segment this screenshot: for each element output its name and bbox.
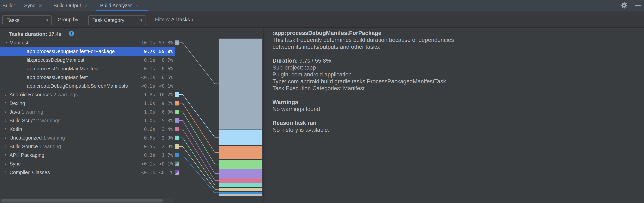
chevron-collapsed-icon[interactable]: › [3,142,9,151]
category-color-chip [175,101,179,105]
task-row[interactable]: :app:createDebugCompatibleScreenManifest… [0,82,176,90]
group-by-combobox[interactable]: Task Category ▾ [88,15,146,25]
bar-segment-build-source[interactable] [218,188,262,191]
connector-line [179,103,218,152]
category-color-chip [175,161,179,166]
task-duration-value: 0.6s [110,125,155,133]
category-color-chip [175,92,179,97]
connector-line [179,120,218,173]
bar-segment-java[interactable] [218,160,262,169]
category-color-chip [175,118,179,123]
task-duration-value: 1.6s [110,99,155,108]
task-percent-value: 0.5% [156,73,173,82]
bar-segment-manifest[interactable] [218,39,262,129]
task-percent-value: <0.1% [156,159,173,168]
task-row[interactable]: ›Kotlin0.6s3.4% [0,125,176,133]
task-percent-value: 5.8% [156,116,173,125]
details-line: Reason task ran [272,119,642,126]
task-row[interactable]: ›Uncategorized 1 warning0.5s2.9% [0,133,176,142]
details-line: Warnings [272,99,642,106]
category-color-chip [175,110,179,114]
build-window-label: Build: [2,0,15,11]
chevron-collapsed-icon[interactable]: › [3,99,9,108]
bar-segment-dexing[interactable] [218,146,262,159]
bar-segment-build-script[interactable] [218,169,262,178]
task-row[interactable]: :app:processDebugManifestForPackage9.7s5… [0,47,176,56]
filters-label: Filters: All tasks [155,17,190,23]
task-duration-value: <0.1s [110,73,155,82]
group-by-value: Task Category [92,18,124,23]
details-line: between its inputs/outputs and other tas… [272,43,642,50]
connector-line [179,112,218,164]
warning-count-label: 2 warnings [52,92,78,97]
chevron-collapsed-icon[interactable]: › [3,90,9,99]
chevron-collapsed-icon[interactable]: › [3,151,9,159]
task-row[interactable]: :app:processDebugMainManifest0.1s0.6% [0,64,176,73]
chevron-collapsed-icon[interactable]: › [3,108,9,116]
task-percent-value: <0.1% [156,82,173,90]
task-row[interactable]: ›Build Script 2 warnings1.0s5.8% [0,116,176,125]
help-icon[interactable]: ? [69,31,74,36]
tab-build-analyzer-label: Build Analyzer [100,3,132,9]
connector-line [179,138,218,185]
warning-count-label: 1 warning [38,144,61,149]
chevron-collapsed-icon[interactable]: › [3,116,9,125]
category-color-chip [175,144,179,149]
tab-build-analyzer[interactable]: Build Analyzer × [96,0,142,11]
bar-segment-apk-packaging[interactable] [218,191,262,194]
tab-build-output[interactable]: Build Output × [50,0,92,11]
task-duration-value: 1.8s [110,90,155,99]
close-icon[interactable]: × [135,3,139,8]
warning-count-label: 1 warning [20,109,43,115]
horizontal-scrollbar-thumb[interactable] [1,199,163,202]
up-down-arrows-icon: ▴▾ [192,18,193,22]
chevron-collapsed-icon[interactable]: › [3,159,9,168]
tab-sync[interactable]: Sync × [20,0,46,11]
connector-line [179,43,218,84]
bar-segment-android-resources[interactable] [218,129,262,145]
connector-line [179,155,218,193]
task-duration-value: 9.7s [110,47,155,56]
task-row[interactable]: ›Dexing1.6s9.2% [0,99,176,108]
chevron-down-icon: ▾ [46,18,48,23]
build-analyzer-toolbar: Tasks ▾ Group by: Task Category ▾ Filter… [0,12,644,27]
chevron-collapsed-icon[interactable]: › [3,133,9,142]
tab-build-output-label: Build Output [54,3,81,9]
details-line: Task Execution Categories: Manifest [272,85,642,92]
task-percent-value: 1.7% [156,151,173,159]
gear-icon[interactable] [620,2,628,9]
task-duration-value: 0.3s [110,151,155,159]
filters-dropdown[interactable]: Filters: All tasks ▴▾ [155,12,193,27]
tasks-duration-header: Tasks duration: 17.4s [9,31,62,37]
task-row[interactable]: ›APK Packaging0.3s1.7% [0,151,176,159]
task-row[interactable]: ›Build Source 1 warning0.5s2.9% [0,142,176,151]
task-duration-value: 0.5s [110,133,155,142]
chevron-collapsed-icon[interactable]: › [3,125,9,133]
task-duration-value: <0.1s [110,82,155,90]
panel-splitter[interactable] [262,28,264,203]
task-duration-value: <0.1s [110,159,155,168]
task-row[interactable]: ›Sync<0.1s<0.1% [0,159,176,168]
task-row[interactable]: :app:processDebugManifest<0.1s0.5% [0,73,176,82]
task-row[interactable]: :lib:processDebugManifest0.1s0.7% [0,56,176,64]
close-icon[interactable]: × [39,3,42,8]
chevron-expanded-icon[interactable]: › [2,40,10,46]
task-percent-value: 57.8% [156,38,173,47]
task-row[interactable]: ›Manifest10.1s57.8% [0,38,176,47]
close-icon[interactable]: × [84,3,88,8]
chevron-collapsed-icon[interactable]: › [3,168,9,177]
details-line [272,50,642,57]
details-line: No warnings found [272,106,642,113]
bar-segment-kotlin[interactable] [218,178,262,182]
task-row[interactable]: ›Compiled Classes<0.1s<0.1% [0,168,176,177]
bar-segment-uncategorized[interactable] [218,183,262,187]
warning-count-label: 1 warning [42,135,65,141]
connector-line [179,146,218,189]
view-mode-combobox[interactable]: Tasks ▾ [2,15,52,25]
details-line: No history is available. [272,126,642,133]
task-row[interactable]: ›Java 1 warning1.0s6.0% [0,108,176,116]
bar-segment-other[interactable] [218,194,262,196]
minimize-icon[interactable] [635,5,641,6]
category-color-chip [175,127,179,131]
task-row[interactable]: ›Android Resources 2 warnings1.8s10.2% [0,90,176,99]
